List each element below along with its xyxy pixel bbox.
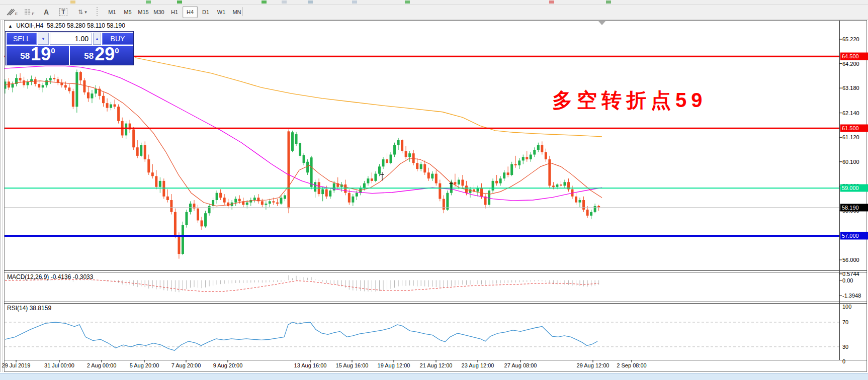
rsi-tick-label: 70 xyxy=(842,319,867,325)
buy-price-big: 29 xyxy=(95,46,115,63)
date-label: 13 Aug 16:00 xyxy=(294,362,327,368)
date-label: 23 Aug 12:00 xyxy=(462,362,494,368)
rsi-tick-label: 0 xyxy=(842,358,867,364)
volume-field-wrap xyxy=(50,33,92,45)
macd-tick-label: 0.00 xyxy=(842,277,867,283)
sell-price-big: 19 xyxy=(31,46,51,63)
buy-price-prefix: 58 xyxy=(84,51,94,61)
triangle-down-icon: ▼ xyxy=(41,37,45,41)
sell-price-sup: 0 xyxy=(51,46,55,55)
date-label: 31 Jul 00:00 xyxy=(44,362,74,368)
date-label: 5 Aug 20:00 xyxy=(130,362,159,368)
price-tag-59.000: 59.000 xyxy=(840,184,868,192)
one-click-trading-panel: SELL ▼ ▲ BUY 58 19 0 58 29 0 xyxy=(5,31,134,65)
buy-button[interactable]: BUY xyxy=(102,33,133,45)
sell-price-prefix: 58 xyxy=(20,51,30,61)
price-tick-label: 60.100 xyxy=(842,159,867,165)
rsi-label: RSI(14) 38.8159 xyxy=(7,305,51,312)
price-tick-label: 63.180 xyxy=(842,85,867,91)
volume-input[interactable] xyxy=(50,33,92,44)
date-label: 2 Aug 00:00 xyxy=(87,362,117,368)
buy-price-box[interactable]: 58 29 0 xyxy=(70,46,133,65)
buy-price-sup: 0 xyxy=(115,46,119,55)
price-tag-58.190: 58.190 xyxy=(840,204,868,211)
date-label: 21 Aug 12:00 xyxy=(420,362,453,368)
status-strip xyxy=(0,373,868,380)
sell-price-box[interactable]: 58 19 0 xyxy=(7,46,69,65)
price-tick-label: 65.220 xyxy=(842,36,867,42)
rsi-tick-label: 100 xyxy=(842,304,867,310)
chart-annotation-text: 多空转折点59 xyxy=(552,86,707,114)
price-tick-label: 61.120 xyxy=(842,134,867,140)
sell-button[interactable]: SELL xyxy=(7,33,37,45)
buy-label: BUY xyxy=(111,35,125,43)
macd-tick-label: 0.5744 xyxy=(842,271,867,277)
date-label: 29 Aug 12:00 xyxy=(577,362,610,368)
chart-symbol-header: ▲ UKOil-,H4 58.250 58.280 58.110 58.190 xyxy=(8,22,125,29)
rsi-tick-label: 30 xyxy=(842,344,867,350)
volume-down-button[interactable]: ▼ xyxy=(38,33,49,45)
macd-label: MACD(12,26,9) -0.4136 -0.3033 xyxy=(7,273,93,280)
volume-up-button[interactable]: ▲ xyxy=(93,33,101,45)
triangle-up-icon: ▲ xyxy=(95,37,99,41)
macd-tick-label: -1.3948 xyxy=(842,293,867,299)
date-label: 19 Aug 12:00 xyxy=(378,362,410,368)
price-tag-57.000: 57.000 xyxy=(840,232,868,240)
price-tick-label: 64.200 xyxy=(842,61,867,67)
price-tick-label: 56.000 xyxy=(842,257,867,263)
symbol-name: UKOil-,H4 xyxy=(16,22,43,29)
ohlc-values: 58.250 58.280 58.110 58.190 xyxy=(47,22,125,29)
date-label: 27 Aug 08:00 xyxy=(504,362,537,368)
price-tick-label: 62.140 xyxy=(842,110,867,116)
price-tag-64.500: 64.500 xyxy=(840,53,868,60)
sell-label: SELL xyxy=(13,35,30,43)
date-label: 15 Aug 16:00 xyxy=(336,362,369,368)
trading-terminal-window: E F A T ⇅ ▾ M1M5M15M30H1H4D1W1MN ▲ UKOil… xyxy=(0,0,868,380)
date-label: 9 Aug 20:00 xyxy=(213,362,243,368)
date-label: 2 Sep 08:00 xyxy=(617,362,646,368)
date-label: 7 Aug 20:00 xyxy=(171,362,201,368)
collapse-arrow-icon[interactable]: ▲ xyxy=(8,24,13,29)
price-tag-61.500: 61.500 xyxy=(840,125,868,132)
date-label: 29 Jul 2019 xyxy=(2,362,31,368)
